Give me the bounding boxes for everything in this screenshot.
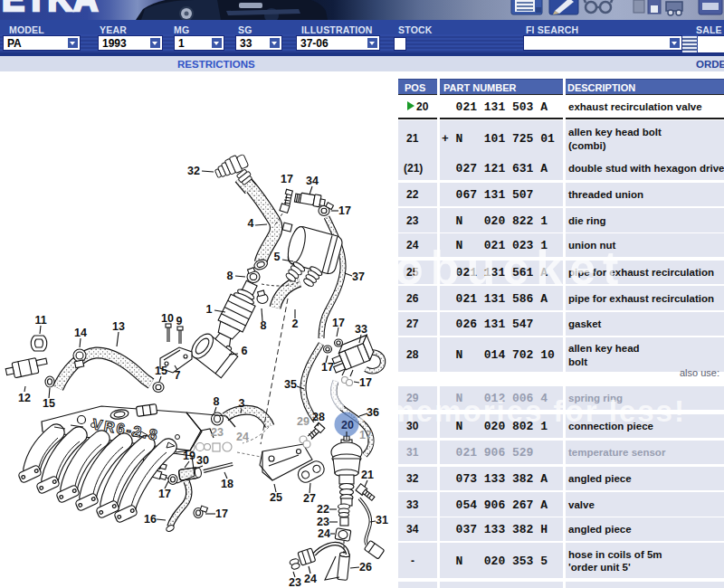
svg-text:17: 17 xyxy=(332,317,345,329)
svg-text:15: 15 xyxy=(43,397,55,410)
svg-text:13: 13 xyxy=(112,320,125,333)
svg-text:16: 16 xyxy=(144,513,157,526)
svg-text:26: 26 xyxy=(359,561,372,574)
svg-text:29: 29 xyxy=(297,415,310,428)
svg-text:17: 17 xyxy=(215,507,228,520)
svg-text:14: 14 xyxy=(74,327,87,339)
svg-text:9: 9 xyxy=(176,315,183,327)
svg-text:24: 24 xyxy=(304,573,317,585)
svg-text:23: 23 xyxy=(317,516,329,528)
svg-text:23: 23 xyxy=(289,576,301,588)
svg-text:10: 10 xyxy=(161,312,174,325)
svg-text:6: 6 xyxy=(242,345,248,357)
svg-text:30: 30 xyxy=(196,454,209,467)
svg-text:8: 8 xyxy=(261,319,267,332)
svg-text:35: 35 xyxy=(284,378,297,391)
svg-text:32: 32 xyxy=(187,165,200,177)
svg-text:23: 23 xyxy=(211,426,224,439)
svg-text:2: 2 xyxy=(292,318,299,330)
svg-text:36: 36 xyxy=(367,406,379,419)
svg-text:25: 25 xyxy=(270,491,282,504)
svg-text:33: 33 xyxy=(355,323,367,336)
svg-text:37: 37 xyxy=(352,270,365,283)
svg-text:17: 17 xyxy=(338,204,351,217)
svg-text:22: 22 xyxy=(317,503,329,516)
svg-text:12: 12 xyxy=(18,392,31,404)
svg-text:20: 20 xyxy=(341,419,354,432)
svg-text:3: 3 xyxy=(239,397,245,410)
svg-text:27: 27 xyxy=(303,492,316,505)
svg-text:8: 8 xyxy=(214,395,220,408)
svg-text:17: 17 xyxy=(158,488,171,500)
svg-text:31: 31 xyxy=(376,514,388,526)
svg-text:18: 18 xyxy=(221,478,233,490)
svg-text:7: 7 xyxy=(175,369,181,382)
svg-text:17: 17 xyxy=(321,361,334,374)
svg-text:28: 28 xyxy=(312,411,325,423)
svg-text:8: 8 xyxy=(227,270,233,282)
svg-text:19: 19 xyxy=(183,450,195,462)
svg-text:17: 17 xyxy=(281,173,293,185)
svg-text:21: 21 xyxy=(361,469,374,481)
svg-text:5: 5 xyxy=(274,251,281,263)
svg-text:34: 34 xyxy=(306,175,319,187)
svg-text:15: 15 xyxy=(155,365,167,377)
svg-text:24: 24 xyxy=(236,431,249,443)
svg-text:24: 24 xyxy=(318,527,330,540)
svg-text:1: 1 xyxy=(206,303,213,316)
svg-text:4: 4 xyxy=(248,217,254,230)
svg-text:11: 11 xyxy=(34,314,46,327)
svg-text:17: 17 xyxy=(359,376,372,389)
svg-text:17: 17 xyxy=(359,429,372,441)
